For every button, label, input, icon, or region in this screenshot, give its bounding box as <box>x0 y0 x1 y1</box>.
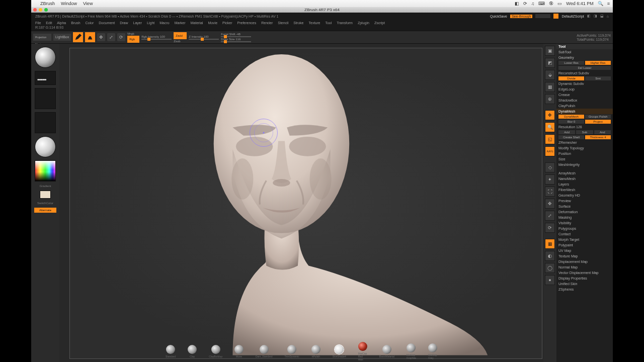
floor-icon[interactable]: ▦ <box>545 82 555 92</box>
notifications-icon[interactable]: ≡ <box>607 1 610 6</box>
xyz-icon[interactable]: ✦ <box>545 174 555 185</box>
section[interactable]: ZSpheres <box>556 287 613 292</box>
home-icon[interactable]: ⌂ <box>607 15 609 18</box>
shelf-item-active[interactable] <box>335 345 344 354</box>
z-intensity-slider[interactable] <box>189 39 219 40</box>
wifi-icon[interactable]: ⦿ <box>549 1 553 6</box>
move-canvas-icon[interactable]: ✥ <box>545 199 555 209</box>
section[interactable]: Texture Map <box>556 253 613 259</box>
mrgb-button[interactable]: Mrgb <box>127 32 139 35</box>
spotlight-icon[interactable]: 🔍 <box>598 1 603 6</box>
menu-item[interactable]: Picker <box>222 21 232 25</box>
menu-item[interactable]: Zplugin <box>358 21 369 25</box>
menu-item[interactable]: Transform <box>337 21 353 25</box>
section[interactable]: Surface <box>556 204 613 209</box>
menu-item[interactable]: Marker <box>175 21 186 25</box>
shelf-item[interactable] <box>358 342 367 351</box>
aahalf-icon[interactable]: AA½ <box>545 146 555 156</box>
del-lower-button[interactable]: Del Lower <box>558 66 611 70</box>
brush-selector[interactable] <box>35 47 56 68</box>
transparent-icon[interactable]: ◐ <box>545 251 555 261</box>
position[interactable]: Position <box>556 151 613 156</box>
material-selector[interactable] <box>35 136 56 157</box>
rotate-mode-icon[interactable]: ⟳ <box>117 33 125 41</box>
bpr-button[interactable]: ▣ <box>545 46 555 56</box>
solo-icon[interactable]: ● <box>545 275 555 285</box>
higher-res-button[interactable]: Higher Res <box>585 61 611 65</box>
section[interactable]: Vector Displacement Map <box>556 270 613 276</box>
shelf-item[interactable] <box>188 345 197 354</box>
menu-item[interactable]: Draw <box>120 21 128 25</box>
section[interactable]: Unified Skin <box>556 281 613 287</box>
actual-icon[interactable]: ◱ <box>545 134 555 144</box>
maximize-icon[interactable] <box>44 8 48 12</box>
menu-item[interactable]: Macro <box>159 21 169 25</box>
section[interactable]: Geometry HD <box>556 193 613 198</box>
section[interactable]: ArrayMesh <box>556 170 613 176</box>
dynamesh-toggle[interactable]: DynaMesh <box>558 115 584 119</box>
shelf-item[interactable] <box>287 345 296 354</box>
ortho-icon[interactable]: ◇ <box>545 162 555 172</box>
menu-item[interactable]: Movie <box>208 21 217 25</box>
menu-item[interactable]: Brush <box>71 21 80 25</box>
section[interactable]: FiberMesh <box>556 187 613 193</box>
gradient-label[interactable]: Gradient <box>39 185 51 188</box>
shelf-item[interactable] <box>382 345 391 354</box>
shelf-item[interactable] <box>166 345 175 354</box>
menu-item[interactable]: Edit <box>46 21 52 25</box>
menu-item[interactable]: Tool <box>325 21 332 25</box>
create-shell-button[interactable]: Create Shell <box>558 135 584 139</box>
color-swatch[interactable] <box>40 191 51 199</box>
shadowbox[interactable]: ShadowBox <box>556 98 613 103</box>
menu-toggle-icon[interactable] <box>553 14 558 19</box>
section[interactable]: Deformation <box>556 209 613 215</box>
minimize-icon[interactable] <box>39 8 42 12</box>
stroke-selector[interactable] <box>35 71 56 85</box>
rgb-intensity-slider[interactable] <box>141 39 172 40</box>
zremesher[interactable]: ZRemesher <box>556 140 613 145</box>
render-icon[interactable]: ◩ <box>545 58 555 68</box>
section[interactable]: Preview <box>556 198 613 204</box>
layout-icon[interactable]: ◧ <box>587 14 591 18</box>
default-zscript[interactable]: DefaultZScript <box>561 15 584 18</box>
lightbox-button[interactable]: LightBox <box>53 34 71 41</box>
menu-item[interactable]: Layer <box>133 21 142 25</box>
quicksave-button[interactable]: QuickSave <box>490 15 507 18</box>
rotate-canvas-icon[interactable]: ⟳ <box>545 223 555 233</box>
zadd-button[interactable]: Zadd <box>174 32 187 39</box>
groups-button[interactable]: Groups Polish <box>585 115 611 119</box>
section[interactable]: NanoMesh <box>556 176 613 182</box>
crease[interactable]: Crease <box>556 92 613 98</box>
section[interactable]: Masking <box>556 215 613 220</box>
menu-item[interactable]: Document <box>99 21 115 25</box>
polyframe-icon[interactable]: ▦ <box>545 239 555 249</box>
section[interactable]: Normal Map <box>556 264 613 270</box>
battery-icon[interactable]: ▭ <box>557 1 562 6</box>
lower-res-button[interactable]: Lower Res <box>558 61 584 65</box>
shelf-item[interactable] <box>428 343 437 352</box>
local-icon[interactable]: ⊕ <box>545 94 555 104</box>
close-icon[interactable] <box>33 8 37 12</box>
menu-item[interactable]: Preferences <box>237 21 257 25</box>
texture-selector[interactable] <box>35 112 56 133</box>
switchcolor-button[interactable]: SwitchColor <box>37 202 53 205</box>
section[interactable]: Polypaint <box>556 242 613 248</box>
seethrough-track[interactable] <box>535 14 550 18</box>
and-button[interactable]: And <box>594 130 611 134</box>
layout-icon[interactable]: ⬓ <box>600 14 604 18</box>
scale-canvas-icon[interactable]: ⤢ <box>545 211 555 221</box>
section[interactable]: Layers <box>556 182 613 187</box>
seethrough-slider[interactable]: See-through <box>510 15 533 18</box>
section[interactable]: Display Properties <box>556 276 613 281</box>
menu-item[interactable]: Zscript <box>374 21 385 25</box>
frame-icon[interactable]: ⛶ <box>545 187 555 197</box>
mac-app-name[interactable]: ZBrush <box>40 1 55 6</box>
subtool-header[interactable]: SubTool <box>556 49 613 55</box>
section[interactable]: Polygroups <box>556 226 613 231</box>
divide-button[interactable]: Divide <box>558 76 584 80</box>
dynamic-subdiv[interactable]: Dynamic Subdiv <box>556 81 613 86</box>
alpha-selector[interactable] <box>35 88 56 109</box>
reconstruct-subdiv[interactable]: Reconstruct Subdiv <box>556 70 613 76</box>
shelf-item[interactable] <box>234 345 244 354</box>
modify-topology[interactable]: Modify Topology <box>556 145 613 151</box>
